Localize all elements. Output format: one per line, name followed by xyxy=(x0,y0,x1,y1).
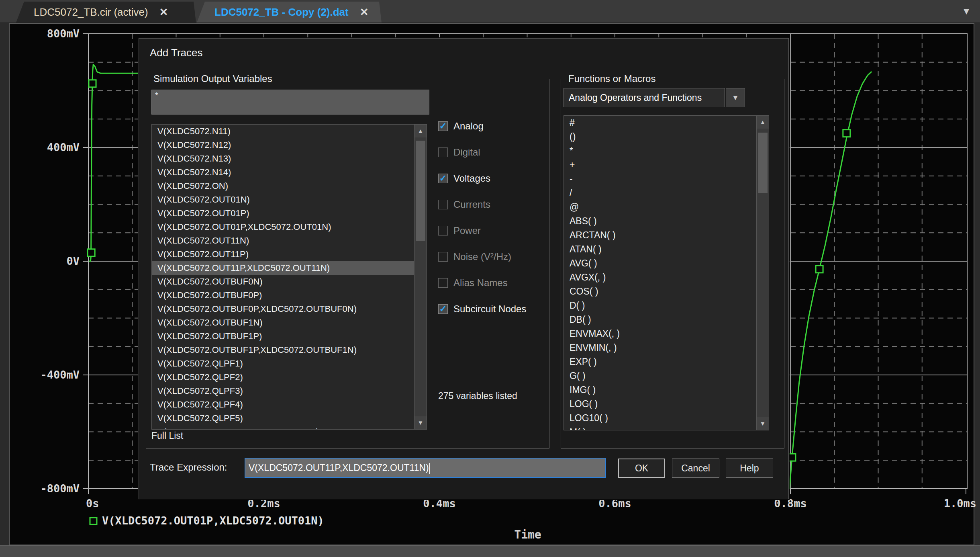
function-item[interactable]: # xyxy=(564,116,769,130)
checkbox-unchecked-icon[interactable] xyxy=(438,147,448,157)
function-item[interactable]: D( ) xyxy=(564,299,769,313)
checkbox-unchecked-icon[interactable] xyxy=(438,278,448,288)
svg-text:-800mV: -800mV xyxy=(40,482,80,495)
variables-count-label: 275 variables listed xyxy=(438,391,517,401)
checkbox-label: Currents xyxy=(453,199,490,210)
variable-item[interactable]: V(XLDC5072.N12) xyxy=(152,138,427,152)
checkbox-checked-icon[interactable]: ✓ xyxy=(438,174,448,183)
filter-checkbox-voltages[interactable]: ✓Voltages xyxy=(438,172,490,184)
function-item[interactable]: LOG10( ) xyxy=(564,411,769,425)
variable-item[interactable]: V(XLDC5072.OUTBUF0N) xyxy=(152,275,427,289)
checkbox-label: Subcircuit Nodes xyxy=(453,303,526,315)
variable-item[interactable]: V(XLDC5072.QLPF3) xyxy=(152,384,427,398)
filter-checkbox-power[interactable]: Power xyxy=(438,225,481,237)
function-item[interactable]: ENVMAX(, ) xyxy=(564,327,769,341)
dialog-title: Add Traces xyxy=(150,47,203,59)
variable-item[interactable]: V(XLDC5072.OUTBUF1P,XLDC5072.OUTBUF1N) xyxy=(152,343,427,357)
checkbox-unchecked-icon[interactable] xyxy=(438,226,448,235)
function-item[interactable]: * xyxy=(564,144,769,158)
function-item[interactable]: @ xyxy=(564,200,769,214)
filter-checkbox-alias-names[interactable]: Alias Names xyxy=(438,277,508,289)
variable-item[interactable]: V(XLDC5072.OUTBUF1P) xyxy=(152,330,427,343)
scroll-up-icon[interactable]: ▲ xyxy=(414,125,427,137)
ok-button[interactable]: OK xyxy=(618,459,665,478)
checkbox-label: Digital xyxy=(453,147,480,158)
legend-label: V(XLDC5072.OUT01P,XLDC5072.OUT01N) xyxy=(102,514,324,527)
checkbox-label: Alias Names xyxy=(453,277,508,289)
pspice-probe-window: 800mV400mV0V-400mV-800mV0s0.2ms0.4ms0.6m… xyxy=(0,0,980,557)
function-item[interactable]: ENVMIN(, ) xyxy=(564,341,769,355)
function-item[interactable]: M( ) xyxy=(564,425,769,430)
filter-checkbox-noise-v-hz-[interactable]: Noise (V²/Hz) xyxy=(438,251,511,263)
checkbox-checked-icon[interactable]: ✓ xyxy=(438,304,448,314)
variable-filter-input[interactable]: * xyxy=(151,90,429,115)
checkbox-unchecked-icon[interactable] xyxy=(438,200,448,209)
function-item[interactable]: ARCTAN( ) xyxy=(564,228,769,242)
checkbox-unchecked-icon[interactable] xyxy=(438,252,448,262)
function-item[interactable]: AVGX(, ) xyxy=(564,270,769,285)
checkbox-label: Voltages xyxy=(453,173,490,184)
variables-list[interactable]: V(XLDC5072.N11)V(XLDC5072.N12)V(XLDC5072… xyxy=(151,124,427,430)
scrollbar-thumb[interactable] xyxy=(416,141,425,241)
variable-item[interactable]: V(XLDC5072.OUT01N) xyxy=(152,193,427,207)
svg-text:-400mV: -400mV xyxy=(40,369,80,381)
cancel-button[interactable]: Cancel xyxy=(672,459,719,478)
x-axis-title: Time xyxy=(514,528,541,541)
variable-item[interactable]: V(XLDC5072.OUT11P,XLDC5072.OUT11N) xyxy=(152,261,427,275)
group-label: Functions or Macros xyxy=(565,73,659,84)
function-item[interactable]: - xyxy=(564,172,769,186)
function-item[interactable]: ABS( ) xyxy=(564,214,769,228)
scrollbar-thumb[interactable] xyxy=(758,133,768,193)
filter-checkbox-analog[interactable]: ✓Analog xyxy=(438,120,484,132)
function-item[interactable]: G( ) xyxy=(564,369,769,383)
scroll-down-icon[interactable]: ▼ xyxy=(757,417,769,430)
function-item[interactable]: / xyxy=(564,186,769,200)
variable-item[interactable]: V(XLDC5072.OUT01P) xyxy=(152,207,427,220)
variable-item[interactable]: V(XLDC5072.N13) xyxy=(152,152,427,166)
checkbox-checked-icon[interactable]: ✓ xyxy=(438,121,448,131)
function-item[interactable]: COS( ) xyxy=(564,285,769,299)
variables-scrollbar[interactable]: ▲ ▼ xyxy=(414,125,427,429)
function-item[interactable]: EXP( ) xyxy=(564,355,769,369)
scroll-down-icon[interactable]: ▼ xyxy=(414,416,427,429)
variable-item[interactable]: V(XLDC5072.N11) xyxy=(152,125,427,138)
filter-checkbox-digital[interactable]: Digital xyxy=(438,146,480,158)
dropdown-arrow-icon[interactable]: ▼ xyxy=(726,88,745,107)
variable-item[interactable]: V(XLDC5072.OUTBUF0P,XLDC5072.OUTBUF0N) xyxy=(152,302,427,316)
variable-item[interactable]: V(XLDC5072.OUT01P,XLDC5072.OUT01N) xyxy=(152,220,427,234)
svg-text:0s: 0s xyxy=(86,497,99,510)
variable-item[interactable]: V(XLDC5072.QLPF1) xyxy=(152,357,427,371)
variable-item[interactable]: V(XLDC5072.ON) xyxy=(152,179,427,193)
functions-category-dropdown[interactable]: Analog Operators and Functions xyxy=(564,88,725,107)
variable-item[interactable]: V(XLDC5072.N14) xyxy=(152,166,427,179)
function-item[interactable]: + xyxy=(564,158,769,172)
variable-item[interactable]: V(XLDC5072.QLPF2) xyxy=(152,371,427,384)
variable-item[interactable]: V(XLDC5072.OUT11P) xyxy=(152,248,427,261)
scroll-up-icon[interactable]: ▲ xyxy=(757,116,769,129)
checkbox-label: Analog xyxy=(453,121,484,132)
function-item[interactable]: DB( ) xyxy=(564,313,769,327)
variable-item[interactable]: V(XLDC5072.OUTBUF1N) xyxy=(152,316,427,330)
variable-item[interactable]: V(XLDC5072.QLPF5) xyxy=(152,412,427,425)
svg-text:1.0ms: 1.0ms xyxy=(944,497,976,510)
function-item[interactable]: ATAN( ) xyxy=(564,242,769,256)
variable-item[interactable]: V(XLDC5072.OUTBUF0P) xyxy=(152,289,427,302)
filter-value: * xyxy=(155,91,158,100)
filter-checkbox-subcircuit-nodes[interactable]: ✓Subcircuit Nodes xyxy=(438,303,526,315)
function-item[interactable]: () xyxy=(564,130,769,144)
function-item[interactable]: LOG( ) xyxy=(564,397,769,411)
full-list-label: Full List xyxy=(151,430,183,441)
function-item[interactable]: AVG( ) xyxy=(564,256,769,270)
checkbox-label: Power xyxy=(453,225,481,236)
trace-expression-input[interactable]: V(XLDC5072.OUT11P,XLDC5072.OUT11N) xyxy=(245,458,606,478)
variable-item[interactable]: V(XLDC5072.QLPF5,XLDC5072.QLPF6) xyxy=(152,425,427,430)
variable-item[interactable]: V(XLDC5072.QLPF4) xyxy=(152,398,427,412)
function-item[interactable]: IMG( ) xyxy=(564,383,769,397)
variable-item[interactable]: V(XLDC5072.OUT11N) xyxy=(152,234,427,248)
checkbox-label: Noise (V²/Hz) xyxy=(453,251,511,262)
filter-checkbox-currents[interactable]: Currents xyxy=(438,199,490,211)
functions-list[interactable]: #()*+-/@ABS( )ARCTAN( )ATAN( )AVG( )AVGX… xyxy=(564,115,769,430)
help-button[interactable]: Help xyxy=(726,459,773,478)
functions-scrollbar[interactable]: ▲ ▼ xyxy=(756,116,769,430)
text-cursor xyxy=(429,463,430,474)
